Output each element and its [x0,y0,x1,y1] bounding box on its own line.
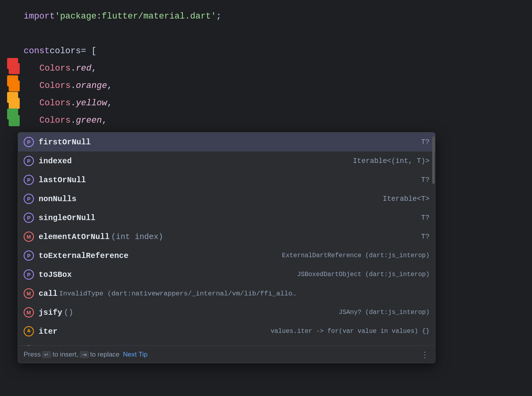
autocomplete-list: P firstOrNull T? P indexed Iterable<(int… [18,133,435,346]
autocomplete-item-else[interactable]: ? else bool.else -> if (!bool) {} [18,341,435,346]
code-token: . [71,60,76,77]
item-param: () [64,308,73,317]
footer-enter-key: ↵ [42,351,51,358]
code-token: Colors [39,77,71,95]
footer-press-text: Press [24,351,41,359]
autocomplete-item-jsify[interactable]: M jsify() JSAny? (dart:js_interop) [18,303,435,322]
code-line-7: Colors.green, [24,112,532,129]
code-token: green [76,112,102,129]
autocomplete-item-firstOrNull[interactable]: P firstOrNull T? [18,133,435,151]
item-icon-property: P [24,156,34,166]
item-type: Iterable<(int, T)> [353,157,430,165]
item-type: JSBoxedDartObject (dart:js_interop) [297,271,430,278]
item-type: Iterable<T> [383,195,430,203]
autocomplete-item-lastOrNull[interactable]: P lastOrNull T? [18,170,435,189]
item-name: lastOrNull [39,176,86,185]
code-token: Colors [39,95,71,112]
item-icon-property: P [24,194,34,204]
item-name: elementAtOrNull [39,232,110,241]
code-token: , [107,77,112,95]
item-name: jsify [39,308,62,317]
autocomplete-popup: P firstOrNull T? P indexed Iterable<(int… [18,132,435,363]
item-icon-method: M [24,307,34,318]
code-token: . [71,77,76,95]
item-icon-property: P [24,137,34,147]
item-icon-live-template-2: ? [24,345,34,346]
item-type: values.iter -> for(var value in values) … [271,328,430,335]
code-token: yellow [76,95,107,112]
more-options-button[interactable]: ⋮ [421,350,430,359]
code-token: ; [216,8,221,25]
item-name: iter [39,327,58,336]
item-type: T? [421,138,430,146]
autocomplete-scrollbar[interactable] [432,133,435,363]
swatch-green [7,108,18,120]
next-tip-button[interactable]: Next Tip [121,351,147,359]
code-token: orange [76,77,107,95]
swatch-orange [7,75,18,86]
autocomplete-item-nonNulls[interactable]: P nonNulls Iterable<T> [18,189,435,208]
scrollbar-thumb [432,136,435,184]
item-name: toJSBox [39,270,72,279]
code-token: , [107,95,112,112]
item-name: toExternalReference [39,251,128,260]
code-token: . [71,95,76,112]
code-token: import [24,8,55,25]
code-token: const [24,43,50,60]
autocomplete-item-singleOrNull[interactable]: P singleOrNull T? [18,208,435,227]
code-token: , [91,60,97,77]
autocomplete-item-iter[interactable]: ≙ iter values.iter -> for(var value in v… [18,322,435,341]
swatch-yellow [7,92,18,103]
item-type: T? [421,214,430,222]
item-icon-method: M [24,288,34,299]
code-token: Colors [39,60,71,77]
item-icon-live-template: ≙ [24,326,34,336]
item-type: T? [421,176,430,184]
code-line-1: import 'package:flutter/material.dart'; [24,8,532,25]
code-line-6: Colors.yellow, [24,95,532,112]
item-icon-property: P [24,213,34,223]
code-token: Colors [39,112,71,129]
autocomplete-item-call[interactable]: M call InvalidType (dart:nativewrappers/… [18,284,435,303]
item-icon-property: P [24,250,34,261]
code-line-4: Colors.red, [24,60,532,77]
code-token: . [71,112,76,129]
code-line-5: Colors.orange, [24,77,532,95]
item-type: T? [421,233,430,241]
item-name: singleOrNull [39,213,95,222]
item-type: ExternalDartReference (dart:js_interop) [282,252,430,259]
item-name: indexed [39,157,72,166]
footer-tab-key: ⇥ [80,351,89,358]
code-token: colors [50,43,81,60]
item-type: JSAny? (dart:js_interop) [339,309,430,316]
item-icon-property: P [24,175,34,185]
item-icon-method: M [24,232,34,242]
item-name: call [39,289,58,298]
autocomplete-footer: Press ↵ to insert, ⇥ to replace Next Tip… [18,346,435,363]
item-icon-property: P [24,269,34,280]
code-token: , [102,112,107,129]
item-param: (int index) [111,232,163,241]
code-token: 'package:flutter/material.dart' [55,8,216,25]
footer-insert-text: to insert, [52,351,78,359]
autocomplete-item-toExternalReference[interactable]: P toExternalReference ExternalDartRefere… [18,246,435,265]
swatch-red [7,58,18,69]
autocomplete-item-toJSBox[interactable]: P toJSBox JSBoxedDartObject (dart:js_int… [18,265,435,284]
autocomplete-item-indexed[interactable]: P indexed Iterable<(int, T)> [18,151,435,170]
code-token: red [76,60,91,77]
code-line-3: const colors = [ [24,43,532,60]
autocomplete-item-elementAtOrNull[interactable]: M elementAtOrNull (int index) T? [18,227,435,246]
item-name: firstOrNull [39,138,91,147]
code-token: = [ [81,43,97,60]
item-name: nonNulls [39,194,76,204]
code-line-2 [24,25,532,43]
item-param: InvalidType (dart:nativewrappers/_intern… [59,290,296,297]
footer-replace-text: to replace [90,351,120,359]
